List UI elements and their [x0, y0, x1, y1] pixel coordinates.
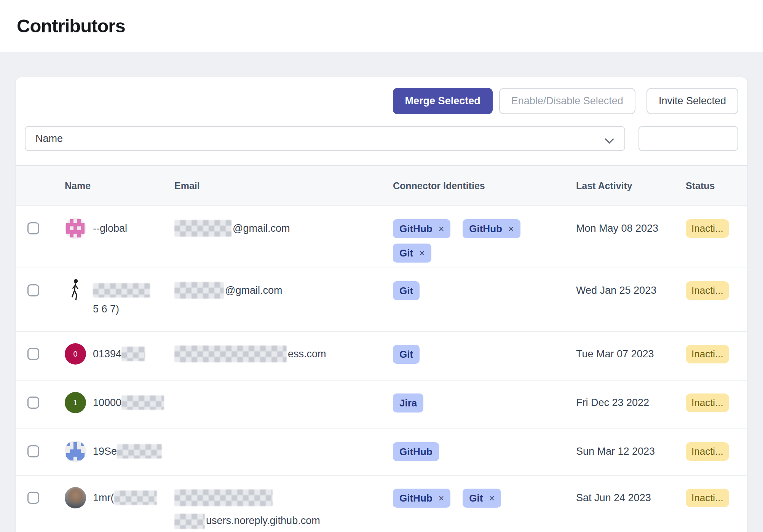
name-cell: 19Se: [65, 429, 174, 462]
remove-tag-icon[interactable]: ×: [439, 223, 444, 234]
redacted-text: [93, 283, 150, 298]
stickman-avatar: [65, 280, 86, 301]
identicon-pixel: [70, 223, 74, 227]
number-avatar-circle: 1: [65, 392, 86, 413]
identicon-pixel: [73, 442, 77, 446]
filter-search-input[interactable]: [638, 126, 738, 151]
chevron-down-icon: [606, 136, 612, 142]
status-badge: Inacti...: [686, 281, 729, 300]
visible-text: @gmail.com: [233, 223, 290, 234]
visible-text: 1mr(: [93, 492, 114, 504]
last-activity-cell: Wed Jan 25 2023: [576, 268, 686, 301]
identicon-pixel: [66, 226, 70, 230]
connector-tag: Git×: [393, 244, 431, 263]
identicon-pixel: [81, 230, 85, 234]
identicon-pixel: [70, 446, 74, 450]
name-cell: 1mr(: [65, 476, 174, 508]
name-line-1: 19Se: [93, 441, 163, 462]
connector-tag-label: GitHub: [399, 223, 433, 235]
visible-text: users.noreply.github.com: [206, 515, 320, 526]
connector-tag: Git: [393, 281, 420, 300]
connector-tag: GitHub×: [393, 489, 450, 508]
row-checkbox[interactable]: [27, 397, 39, 409]
connector-identities-cell: GitHub×GitHub×Git×: [393, 206, 576, 263]
row-checkbox[interactable]: [27, 492, 39, 504]
last-activity-cell: Fri Dec 23 2022: [576, 381, 686, 413]
identicon-pixel: [66, 442, 70, 446]
status-badge: Inacti...: [686, 219, 729, 238]
identicon-pixel: [70, 234, 74, 237]
photo-blur: [65, 487, 86, 508]
remove-tag-icon[interactable]: ×: [489, 493, 495, 504]
identicon-pixel: [73, 457, 77, 460]
identicon-pixel: [73, 449, 77, 453]
redacted-text: [174, 282, 224, 299]
name-line-1: 01394: [93, 343, 146, 365]
email-cell: users.noreply.github.com: [174, 476, 393, 529]
status-badge: Inacti...: [686, 489, 729, 507]
contributor-email: [174, 441, 393, 462]
filter-field-select[interactable]: Name: [25, 126, 625, 151]
contributor-email: [174, 487, 393, 508]
name-line-1: 1mr(: [93, 487, 158, 508]
bulk-actions-toolbar: Merge Selected Enable/Disable Selected I…: [16, 77, 747, 114]
identicon-pixel: [77, 226, 81, 230]
email-cell: @gmail.com: [174, 206, 393, 239]
merge-selected-button[interactable]: Merge Selected: [393, 88, 493, 114]
identicon-pixel: [77, 457, 81, 460]
profile-photo: [65, 487, 86, 508]
contributor-name: 1mr(: [93, 487, 158, 508]
invite-selected-button[interactable]: Invite Selected: [646, 88, 738, 114]
visible-text: --global: [93, 223, 127, 234]
identicon-pixel: [70, 230, 74, 234]
connector-identities-cell: GitHub×Git×: [393, 476, 576, 508]
identicon-image: [65, 218, 86, 239]
row-checkbox[interactable]: [27, 445, 39, 457]
identicon-pixel: [70, 449, 74, 453]
header-last-activity: Last Activity: [576, 180, 686, 191]
remove-tag-icon[interactable]: ×: [419, 248, 425, 259]
contributor-name: --global: [93, 218, 127, 239]
name-cell: --global: [65, 206, 174, 239]
connector-tag-label: GitHub: [399, 446, 433, 458]
remove-tag-icon[interactable]: ×: [508, 223, 514, 234]
contributor-email: @gmail.com: [174, 280, 393, 301]
contributor-email: @gmail.com: [174, 218, 393, 239]
identicon-pixel: [77, 234, 81, 237]
page-header: Contributors: [0, 0, 763, 52]
identicon-pixel: [70, 457, 74, 460]
last-activity-cell: Tue Mar 07 2023: [576, 332, 686, 365]
row-checkbox[interactable]: [27, 284, 39, 296]
last-activity-date: Tue Mar 07 2023: [576, 343, 654, 365]
table-header: Name Email Connector Identities Last Act…: [16, 165, 747, 206]
identicon-pixel: [77, 449, 81, 453]
identicon-pixel: [70, 219, 74, 223]
filter-field-value: Name: [35, 133, 63, 145]
identicon-pixel: [81, 234, 85, 237]
number-avatar: 1: [65, 392, 86, 413]
enable-disable-selected-button[interactable]: Enable/Disable Selected: [499, 88, 635, 114]
connector-tag-label: Git: [399, 247, 413, 259]
table-row: 110000JiraFri Dec 23 2022Inacti...: [16, 381, 747, 429]
identicon-pixel: [73, 446, 77, 450]
row-checkbox[interactable]: [27, 222, 39, 234]
row-checkbox[interactable]: [27, 348, 39, 360]
identicon-pixel: [70, 453, 74, 457]
number-avatar: 0: [65, 343, 86, 365]
connector-identities-cell: GitHub: [393, 429, 576, 461]
checkbox-cell: [16, 476, 65, 505]
table-row: 001394ess.comGitTue Mar 07 2023Inacti...: [16, 332, 747, 381]
connector-identities-cell: Jira: [393, 381, 576, 413]
status-cell: Inacti...: [686, 332, 747, 363]
identicon-pixel: [81, 442, 85, 446]
connector-tag-label: Git: [469, 492, 483, 504]
identicon-pixel: [66, 223, 70, 227]
connector-tag: Git: [393, 345, 420, 364]
identicon-pixel: [81, 219, 85, 223]
redacted-text: [174, 220, 231, 237]
identicon-pixel: [81, 449, 85, 453]
connector-tag: Jira: [393, 393, 423, 413]
last-activity-date: Fri Dec 23 2022: [576, 392, 649, 413]
remove-tag-icon[interactable]: ×: [439, 493, 444, 504]
identicon-pixel: [77, 230, 81, 234]
